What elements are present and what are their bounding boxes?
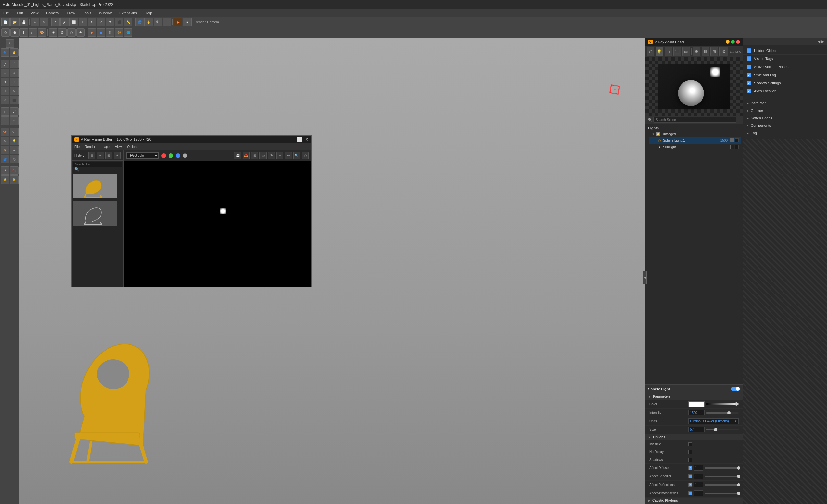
tray-visible-tags[interactable]: ✓ Visible Tags xyxy=(743,55,827,63)
tool-arc[interactable]: ⌒ xyxy=(10,60,18,68)
tool-offset[interactable]: ⬛ xyxy=(10,96,18,104)
vfb-forward[interactable]: ↪ xyxy=(285,152,292,159)
tb-zoom[interactable]: 🔍 xyxy=(154,18,162,26)
tray-soften-edges[interactable]: ▶ Soften Edges xyxy=(743,114,827,122)
tray-expand-all[interactable]: ▶ xyxy=(822,39,824,44)
tool-hide[interactable]: 🚫 xyxy=(10,166,18,175)
tool-select[interactable]: ↖ xyxy=(5,39,14,48)
active-section-planes-checkbox[interactable]: ✓ xyxy=(747,64,751,69)
tool-unlock[interactable]: 🔓 xyxy=(10,175,18,184)
color-slider[interactable] xyxy=(706,403,739,405)
blue-channel-dot[interactable] xyxy=(176,153,180,158)
tray-components[interactable]: ▶ Components xyxy=(743,122,827,129)
intensity-slider[interactable] xyxy=(706,412,739,413)
size-input[interactable] xyxy=(688,427,704,432)
tb-render2[interactable]: ■ xyxy=(183,18,192,26)
vfb-search-input[interactable] xyxy=(73,162,122,167)
tb-rotate[interactable]: ↻ xyxy=(88,18,96,26)
tool-orbit[interactable]: 🌀 xyxy=(1,48,9,57)
tb-redo[interactable]: ↪ xyxy=(40,18,48,26)
tb-offset[interactable]: ⬛ xyxy=(115,18,124,26)
tool-vray3[interactable]: ⚙ xyxy=(1,137,9,145)
menu-window[interactable]: Window xyxy=(97,10,114,15)
tb-eraser[interactable]: ⬜ xyxy=(69,18,78,26)
tool-pan[interactable]: ✋ xyxy=(10,48,18,57)
tool-push-pull[interactable]: ⬆ xyxy=(1,78,9,86)
menu-file[interactable]: File xyxy=(1,10,11,15)
no-decay-checkbox[interactable] xyxy=(688,450,692,454)
tb-move[interactable]: ✛ xyxy=(79,18,87,26)
affect-diffuse-checkbox[interactable]: ✓ xyxy=(688,466,692,470)
tb-open[interactable]: 📂 xyxy=(10,18,19,26)
tool-paint[interactable]: 🖌 xyxy=(10,107,18,116)
visible-tags-checkbox[interactable]: ✓ xyxy=(747,56,751,61)
tool-dim[interactable]: ↔ xyxy=(10,116,18,125)
tool-circle[interactable]: ○ xyxy=(10,69,18,77)
tree-item-sunlight[interactable]: ☀ SunLight 1 xyxy=(649,144,741,150)
caustic-section-header[interactable]: ▶ Caustic Photons xyxy=(645,498,742,504)
vfb-restore[interactable]: ⬜ xyxy=(297,137,302,142)
affect-specular-slider[interactable] xyxy=(704,476,739,477)
vfb-grid-btn[interactable]: ⊞ xyxy=(105,152,112,159)
tool-rotate[interactable]: ↻ xyxy=(10,87,18,95)
vfb-view-btn[interactable]: ⊟ xyxy=(88,152,95,159)
vfb-menu-view[interactable]: View xyxy=(115,145,122,149)
tb-shadow[interactable]: ☀ xyxy=(49,28,57,37)
viewport[interactable]: ⊞ ◀ V V-Ray Asset Editor xyxy=(19,38,742,504)
tray-outliner[interactable]: ▶ Outliner xyxy=(743,107,827,114)
tb-fog[interactable]: 🌫 xyxy=(58,28,66,37)
color-picker[interactable] xyxy=(688,401,704,407)
tb-tag[interactable]: 🏷 xyxy=(29,28,37,37)
vray-close[interactable] xyxy=(736,40,740,44)
vfb-save-render[interactable]: 💾 xyxy=(234,152,241,159)
tool-scale[interactable]: ⤢ xyxy=(1,96,9,104)
vray-nav-render[interactable]: 🖥 xyxy=(702,47,709,56)
tb-vray5[interactable]: 🌐 xyxy=(124,28,133,37)
tool-vray7[interactable]: 🌀 xyxy=(1,155,9,163)
tb-vray3[interactable]: ⚙ xyxy=(106,28,114,37)
vfb-menu-options[interactable]: Options xyxy=(127,145,138,149)
tb-camera-orbit[interactable]: 🌀 xyxy=(135,18,144,26)
invisible-checkbox[interactable] xyxy=(688,442,692,446)
vfb-list-btn[interactable]: ≡ xyxy=(97,152,104,159)
vray-maximize[interactable] xyxy=(731,40,735,44)
vfb-menu-image[interactable]: Image xyxy=(101,145,110,149)
style-fog-checkbox[interactable]: ✓ xyxy=(747,73,751,77)
tb-scale[interactable]: ⤢ xyxy=(97,18,105,26)
vray-nav-seq[interactable]: ⊞ xyxy=(711,47,718,56)
search-expand-btn[interactable]: + xyxy=(738,118,740,122)
tool-vray5[interactable]: 🔆 xyxy=(1,146,9,154)
shadow-settings-checkbox[interactable]: ✓ xyxy=(747,81,751,85)
tb-wireframe[interactable]: ⬡ xyxy=(67,28,76,37)
axes-location-checkbox[interactable]: ✓ xyxy=(747,89,751,94)
vfb-menu-file[interactable]: File xyxy=(75,145,80,149)
channel-select[interactable]: RGB color Alpha Diffuse xyxy=(126,153,159,159)
vray-nav-settings[interactable]: ⚙ xyxy=(692,47,700,56)
vfb-menu-render[interactable]: Render xyxy=(85,145,95,149)
tool-follow[interactable]: ↕ xyxy=(10,78,18,86)
tb-vray4[interactable]: 🔆 xyxy=(115,28,124,37)
tb-hidden[interactable]: 👁 xyxy=(76,28,85,37)
red-channel-dot[interactable] xyxy=(161,153,166,158)
tool-vray8[interactable]: ⬡ xyxy=(10,155,18,163)
affect-diffuse-slider[interactable] xyxy=(704,467,739,469)
hidden-objects-checkbox[interactable]: ✓ xyxy=(747,48,751,53)
tb-tape[interactable]: 📏 xyxy=(124,18,133,26)
menu-tools[interactable]: Tools xyxy=(81,10,93,15)
vray-nav-geo[interactable]: ◻ xyxy=(665,47,672,56)
vfb-compare[interactable]: ⊞ xyxy=(251,152,258,159)
affect-diffuse-input[interactable] xyxy=(693,465,703,470)
units-dropdown[interactable]: Luminous Power (Lumens) ▼ xyxy=(688,418,739,424)
menu-extensions[interactable]: Extensions xyxy=(117,10,139,15)
tb-undo[interactable]: ↩ xyxy=(31,18,39,26)
vray-minimize[interactable] xyxy=(726,40,730,44)
tray-style-and-fog[interactable]: ✓ Style and Fog xyxy=(743,71,827,79)
tray-shadow-settings[interactable]: ✓ Shadow Settings xyxy=(743,79,827,87)
tb-paint[interactable]: 🖌 xyxy=(60,18,69,26)
tool-vray4[interactable]: 💡 xyxy=(10,137,18,145)
tb-info[interactable]: ℹ xyxy=(19,28,28,37)
affect-reflections-input[interactable] xyxy=(693,482,703,488)
tb-pan[interactable]: ✋ xyxy=(144,18,153,26)
vfb-minimize[interactable]: — xyxy=(290,137,294,142)
tray-axes-location[interactable]: ✓ Axes Location xyxy=(743,87,827,95)
